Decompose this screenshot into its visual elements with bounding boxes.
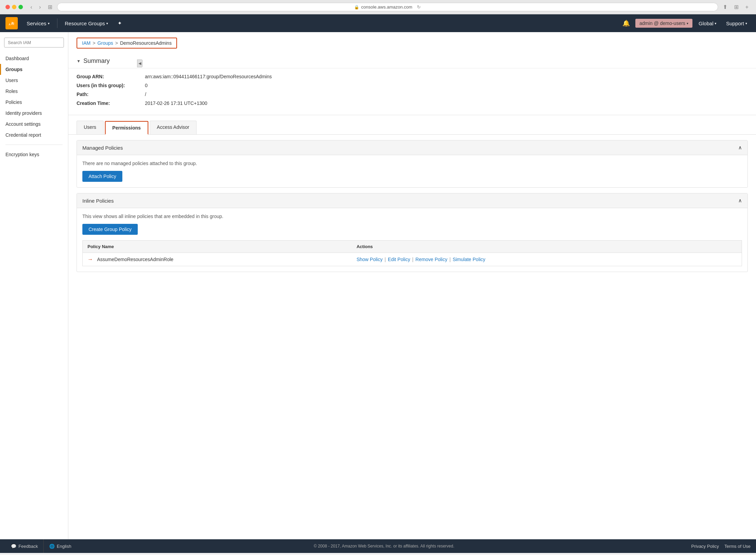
top-bar: Services ▾ Resource Groups ▾ ✦ 🔔 admin @… xyxy=(0,14,756,32)
resource-groups-button[interactable]: Resource Groups ▾ xyxy=(62,18,112,28)
attach-policy-button[interactable]: Attach Policy xyxy=(82,171,122,182)
tab-access-advisor[interactable]: Access Advisor xyxy=(150,121,197,134)
sidebar-item-policies[interactable]: Policies xyxy=(0,97,68,108)
footer-links: Privacy Policy Terms of Use xyxy=(691,544,751,549)
managed-policies-section: Managed Policies ∧ There are no managed … xyxy=(77,140,748,188)
bell-icon[interactable]: 🔔 xyxy=(620,18,633,28)
back-button[interactable]: ‹ xyxy=(28,3,34,11)
inline-policies-header[interactable]: Inline Policies ∧ xyxy=(77,193,747,208)
refresh-icon[interactable]: ↻ xyxy=(417,4,421,10)
inline-policies-section: Inline Policies ∧ This view shows all in… xyxy=(77,193,748,272)
summary-label-users: Users (in this group): xyxy=(77,83,145,88)
sidebar-toggle-button[interactable]: ⊞ xyxy=(46,3,54,11)
feedback-button[interactable]: 💬 Feedback xyxy=(5,539,44,553)
tab-users[interactable]: Users xyxy=(77,121,104,134)
sidebar-nav-2: Encryption keys xyxy=(0,149,68,160)
search-input[interactable] xyxy=(4,38,64,48)
summary-title: Summary xyxy=(83,57,110,65)
sidebar-item-users[interactable]: Users xyxy=(0,75,68,86)
breadcrumb-groups-link[interactable]: Groups xyxy=(97,40,113,46)
no-managed-policy-msg: There are no managed policies attached t… xyxy=(82,161,742,166)
support-button[interactable]: Support ▾ xyxy=(723,18,751,28)
summary-value-creation: 2017-02-26 17:31 UTC+1300 xyxy=(145,100,207,106)
action-sep-1: | xyxy=(384,257,387,262)
action-sep-3: | xyxy=(449,257,452,262)
show-policy-link[interactable]: Show Policy xyxy=(356,257,382,262)
summary-section-header[interactable]: ▼ Summary xyxy=(68,54,756,68)
main-layout: Dashboard Groups Users Roles Policies Id… xyxy=(0,32,756,539)
feedback-icon: 💬 xyxy=(11,544,16,549)
tabs-container: Users Permissions Access Advisor xyxy=(68,115,756,135)
admin-chevron-icon: ▾ xyxy=(687,22,688,25)
services-button[interactable]: Services ▾ xyxy=(23,18,53,28)
sidebar-item-identity-providers[interactable]: Identity providers xyxy=(0,108,68,119)
create-group-policy-button[interactable]: Create Group Policy xyxy=(82,224,138,235)
add-tab-button[interactable]: ⊞ xyxy=(732,3,741,11)
close-button[interactable] xyxy=(5,5,10,9)
sidebar-item-roles[interactable]: Roles xyxy=(0,86,68,97)
sidebar-divider xyxy=(5,145,63,145)
pin-icon: ✦ xyxy=(118,20,122,26)
feedback-label: Feedback xyxy=(18,544,38,549)
english-button[interactable]: 🌐 English xyxy=(44,544,77,549)
simulate-policy-link[interactable]: Simulate Policy xyxy=(453,257,485,262)
inline-policies-title: Inline Policies xyxy=(82,198,114,204)
pin-button[interactable]: ✦ xyxy=(114,18,125,28)
table-header-policy-name: Policy Name xyxy=(83,241,352,253)
summary-value-path: / xyxy=(145,92,146,97)
content-area: IAM > Groups > DemoResourcesAdmins ▼ Sum… xyxy=(68,32,756,539)
inline-policies-body: This view shows all inline policies that… xyxy=(77,208,747,272)
support-chevron-icon: ▾ xyxy=(745,22,747,25)
sidebar-item-groups[interactable]: Groups xyxy=(0,64,68,75)
address-text: console.aws.amazon.com xyxy=(361,4,413,10)
remove-policy-link[interactable]: Remove Policy xyxy=(416,257,447,262)
policy-name: AssumeDemoResourcesAdminRole xyxy=(97,257,173,262)
minimize-button[interactable] xyxy=(12,5,16,9)
sidebar-collapse-button[interactable]: ◀ xyxy=(137,59,143,67)
sidebar-item-account-settings[interactable]: Account settings xyxy=(0,119,68,130)
breadcrumb-iam-link[interactable]: IAM xyxy=(82,40,91,46)
global-chevron-icon: ▾ xyxy=(715,22,716,25)
summary-row-arn: Group ARN: arn:aws:iam::094411466117:gro… xyxy=(77,74,748,79)
summary-table: Group ARN: arn:aws:iam::094411466117:gro… xyxy=(68,68,756,115)
privacy-policy-link[interactable]: Privacy Policy xyxy=(691,544,719,549)
admin-button[interactable]: admin @ demo-users ▾ xyxy=(635,19,692,28)
global-button[interactable]: Global ▾ xyxy=(695,18,720,28)
edit-policy-link[interactable]: Edit Policy xyxy=(388,257,410,262)
english-label: English xyxy=(57,544,71,549)
aws-logo[interactable] xyxy=(5,17,18,29)
resource-groups-chevron-icon: ▾ xyxy=(106,22,108,25)
summary-toggle-icon: ▼ xyxy=(77,59,81,64)
inline-policies-collapse-icon: ∧ xyxy=(738,198,742,204)
forward-button[interactable]: › xyxy=(37,3,43,11)
actions-cell: Show Policy | Edit Policy | Remove Polic… xyxy=(352,253,742,266)
summary-value-arn: arn:aws:iam::094411466117:group/DemoReso… xyxy=(145,74,272,79)
breadcrumb-sep-1: > xyxy=(93,40,95,46)
managed-policies-title: Managed Policies xyxy=(82,145,123,151)
terms-of-use-link[interactable]: Terms of Use xyxy=(724,544,751,549)
tab-permissions[interactable]: Permissions xyxy=(105,121,148,135)
lock-icon: 🔒 xyxy=(354,5,359,10)
managed-policies-header[interactable]: Managed Policies ∧ xyxy=(77,140,747,155)
table-header-actions: Actions xyxy=(352,241,742,253)
more-button[interactable]: + xyxy=(743,3,751,11)
breadcrumb: IAM > Groups > DemoResourcesAdmins xyxy=(77,38,177,49)
share-button[interactable]: ⬆ xyxy=(721,3,729,11)
sidebar-item-credential-report[interactable]: Credential report xyxy=(0,130,68,140)
sidebar-item-dashboard[interactable]: Dashboard xyxy=(0,53,68,64)
breadcrumb-current: DemoResourcesAdmins xyxy=(120,40,172,46)
managed-policies-body: There are no managed policies attached t… xyxy=(77,155,747,187)
summary-row-path: Path: / xyxy=(77,92,748,97)
action-sep-2: | xyxy=(412,257,415,262)
traffic-lights xyxy=(5,5,23,9)
footer: 💬 Feedback 🌐 English © 2008 - 2017, Amaz… xyxy=(0,539,756,553)
summary-label-creation: Creation Time: xyxy=(77,100,145,106)
services-chevron-icon: ▾ xyxy=(48,22,50,25)
address-bar[interactable]: 🔒 console.aws.amazon.com ↻ xyxy=(57,3,718,11)
footer-copyright: © 2008 - 2017, Amazon Web Services, Inc.… xyxy=(77,544,691,549)
summary-row-creation: Creation Time: 2017-02-26 17:31 UTC+1300 xyxy=(77,100,748,106)
sidebar-item-encryption-keys[interactable]: Encryption keys xyxy=(0,149,68,160)
breadcrumb-sep-2: > xyxy=(115,40,118,46)
fullscreen-button[interactable] xyxy=(18,5,23,9)
inline-policies-description: This view shows all inline policies that… xyxy=(82,214,742,219)
